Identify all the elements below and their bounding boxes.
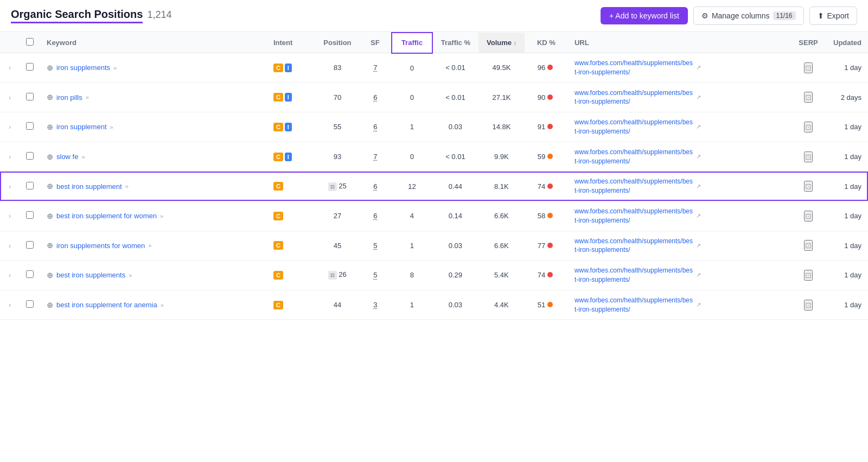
expand-button[interactable]: › bbox=[7, 212, 13, 220]
row-checkbox[interactable] bbox=[26, 300, 34, 308]
url-link[interactable]: www.forbes.com/health/supplements/best-i… bbox=[575, 118, 694, 136]
keyword-link[interactable]: iron pills bbox=[56, 93, 82, 102]
sf-cell: 7 bbox=[359, 142, 392, 172]
traffic-pct-cell: < 0.01 bbox=[432, 53, 478, 83]
keyword-link[interactable]: iron supplements for women bbox=[56, 242, 145, 250]
position-value: 45 bbox=[334, 242, 341, 250]
keyword-link[interactable]: best iron supplement for anemia bbox=[56, 301, 157, 309]
url-link[interactable]: www.forbes.com/health/supplements/best-i… bbox=[575, 266, 694, 284]
url-link[interactable]: www.forbes.com/health/supplements/best-i… bbox=[575, 148, 694, 166]
col-volume-header[interactable]: Volume ↕ bbox=[478, 33, 525, 53]
keyword-cell: ⊕ iron pills » bbox=[40, 83, 267, 112]
col-kd-header: KD % bbox=[525, 33, 568, 53]
keyword-link[interactable]: best iron supplements bbox=[56, 271, 125, 279]
kd-value: 59 bbox=[538, 153, 545, 161]
serp-button[interactable]: ⊡ bbox=[804, 92, 813, 103]
kd-dot bbox=[547, 154, 553, 159]
traffic-value: 4 bbox=[410, 212, 414, 220]
export-button[interactable]: ⬆ Export bbox=[809, 7, 857, 25]
row-checkbox[interactable] bbox=[26, 122, 34, 130]
serp-button[interactable]: ⊡ bbox=[804, 240, 813, 251]
external-link-icon: ↗ bbox=[696, 183, 701, 190]
serp-button[interactable]: ⊡ bbox=[804, 62, 813, 73]
external-link-icon: ↗ bbox=[696, 94, 701, 101]
add-to-keyword-list-button[interactable]: + Add to keyword list bbox=[601, 7, 688, 24]
kd-dot bbox=[547, 243, 553, 248]
keyword-link[interactable]: slow fe bbox=[56, 153, 78, 161]
col-traffic-pct-header: Traffic % bbox=[432, 33, 478, 53]
traffic-cell: 12 bbox=[392, 172, 432, 201]
checkbox-cell bbox=[20, 261, 40, 290]
sf-value: 7 bbox=[373, 153, 377, 161]
keyword-link[interactable]: best iron supplement for women bbox=[56, 212, 157, 220]
expand-button[interactable]: › bbox=[7, 153, 13, 161]
url-link[interactable]: www.forbes.com/health/supplements/best-i… bbox=[575, 296, 694, 314]
table-row: › ⊕ slow fe » CI9370< 0.019.9K59 www.for… bbox=[0, 142, 868, 172]
updated-value: 1 day bbox=[844, 153, 861, 161]
table-container: Keyword Intent Position SF Traffic Traff… bbox=[0, 32, 868, 320]
checkbox-cell bbox=[20, 290, 40, 320]
traffic-cell: 8 bbox=[392, 261, 432, 290]
table-body: › ⊕ iron supplements » CI8370< 0.0149.5K… bbox=[0, 53, 868, 320]
row-checkbox[interactable] bbox=[26, 182, 34, 189]
position-sf-icon: ⊡ bbox=[328, 182, 337, 191]
url-link[interactable]: www.forbes.com/health/supplements/best-i… bbox=[575, 207, 694, 225]
keyword-link[interactable]: best iron supplement bbox=[56, 182, 122, 191]
updated-value: 1 day bbox=[844, 212, 861, 220]
row-checkbox[interactable] bbox=[26, 63, 34, 71]
keyword-chevron-icon: » bbox=[113, 65, 117, 71]
table-row: › ⊕ iron supplements for women » C45510.… bbox=[0, 231, 868, 261]
intent-badge-c: C bbox=[273, 241, 283, 250]
external-link-icon: ↗ bbox=[696, 123, 701, 130]
serp-button[interactable]: ⊡ bbox=[804, 270, 813, 281]
serp-button[interactable]: ⊡ bbox=[804, 211, 813, 221]
serp-button[interactable]: ⊡ bbox=[804, 151, 813, 162]
columns-badge: 11/16 bbox=[773, 11, 796, 20]
volume-sort-icon: ↕ bbox=[514, 40, 516, 46]
select-all-checkbox[interactable] bbox=[26, 38, 34, 46]
url-link[interactable]: www.forbes.com/health/supplements/best-i… bbox=[575, 177, 694, 195]
intent-cell: CI bbox=[267, 142, 316, 172]
col-updated-header: Updated bbox=[825, 33, 868, 53]
row-checkbox[interactable] bbox=[26, 241, 34, 249]
expand-button[interactable]: › bbox=[7, 183, 13, 191]
row-checkbox[interactable] bbox=[26, 93, 34, 100]
expand-button[interactable]: › bbox=[7, 94, 13, 102]
traffic-cell: 1 bbox=[392, 290, 432, 320]
serp-button[interactable]: ⊡ bbox=[804, 300, 813, 311]
header-left: Organic Search Positions 1,214 bbox=[11, 8, 171, 23]
serp-button[interactable]: ⊡ bbox=[804, 181, 813, 192]
traffic-pct-value: 0.29 bbox=[449, 271, 462, 279]
col-checkbox-header bbox=[20, 33, 40, 53]
row-checkbox[interactable] bbox=[26, 270, 34, 278]
page-container: Organic Search Positions 1,214 + Add to … bbox=[0, 0, 868, 462]
intent-cell: CI bbox=[267, 83, 316, 112]
expand-button[interactable]: › bbox=[7, 301, 13, 309]
position-cell: ⊡25 bbox=[316, 172, 359, 201]
expand-button[interactable]: › bbox=[7, 242, 13, 250]
traffic-cell: 4 bbox=[392, 201, 432, 231]
url-link[interactable]: www.forbes.com/health/supplements/best-i… bbox=[575, 88, 694, 107]
keyword-chevron-icon: » bbox=[81, 154, 85, 160]
col-traffic-header[interactable]: Traffic bbox=[392, 33, 432, 53]
expand-button[interactable]: › bbox=[7, 64, 13, 72]
volume-cell: 49.5K bbox=[478, 53, 525, 83]
url-link[interactable]: www.forbes.com/health/supplements/best-i… bbox=[575, 237, 694, 255]
sf-value: 7 bbox=[373, 64, 377, 72]
kd-dot bbox=[547, 94, 553, 100]
serp-button[interactable]: ⊡ bbox=[804, 122, 813, 132]
expand-button[interactable]: › bbox=[7, 123, 13, 131]
url-link[interactable]: www.forbes.com/health/supplements/best-i… bbox=[575, 59, 694, 77]
row-checkbox[interactable] bbox=[26, 152, 34, 160]
sf-cell: 3 bbox=[359, 290, 392, 320]
keyword-link[interactable]: iron supplements bbox=[56, 64, 110, 72]
expand-button[interactable]: › bbox=[7, 271, 13, 279]
manage-columns-button[interactable]: ⚙ Manage columns 11/16 bbox=[693, 7, 804, 25]
keyword-add-icon: ⊕ bbox=[47, 241, 53, 250]
page-title: Organic Search Positions bbox=[11, 8, 143, 23]
position-value: 70 bbox=[334, 93, 341, 102]
serp-cell: ⊡ bbox=[792, 231, 825, 261]
keyword-chevron-icon: » bbox=[129, 272, 132, 279]
keyword-link[interactable]: iron supplement bbox=[56, 123, 107, 131]
row-checkbox[interactable] bbox=[26, 211, 34, 219]
